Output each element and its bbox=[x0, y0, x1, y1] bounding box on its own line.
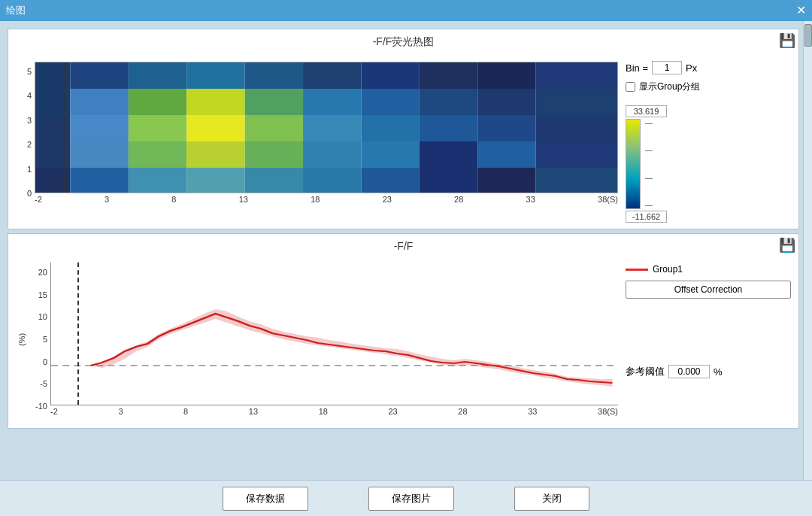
bin-unit: Px bbox=[686, 62, 697, 74]
legend-group1: Group1 bbox=[626, 264, 791, 275]
heatmap-yaxis: 5 4 3 2 1 0 bbox=[16, 67, 35, 199]
heatmap-dashed-line bbox=[64, 62, 65, 193]
svg-rect-14 bbox=[245, 89, 303, 115]
svg-rect-45 bbox=[303, 168, 361, 193]
scale-min-label: -11.662 bbox=[626, 211, 667, 223]
save-image-button[interactable]: 保存图片 bbox=[368, 487, 454, 511]
bin-row: Bin = Px bbox=[626, 61, 791, 74]
bin-input[interactable] bbox=[652, 61, 682, 74]
heatmap-svg bbox=[35, 62, 617, 193]
svg-rect-12 bbox=[129, 89, 186, 115]
linechart-xaxis: -2 3 8 13 18 23 28 33 38(S) bbox=[50, 405, 618, 416]
svg-rect-34 bbox=[245, 141, 303, 168]
linechart-title: -F/F bbox=[16, 240, 791, 252]
bin-label: Bin = bbox=[626, 62, 648, 74]
svg-rect-19 bbox=[536, 89, 617, 115]
scale-mid-labels: — — — — bbox=[645, 119, 653, 209]
svg-rect-18 bbox=[477, 89, 535, 115]
scale-max-label: 33.619 bbox=[626, 105, 667, 117]
heatmap-side-controls: Bin = Px 显示Group分组 33.619 bbox=[626, 53, 791, 223]
svg-rect-33 bbox=[186, 141, 244, 168]
linechart-grid bbox=[50, 263, 618, 405]
svg-rect-41 bbox=[70, 168, 128, 193]
heatmap-xaxis: -2 3 8 13 18 23 28 33 38(S) bbox=[35, 193, 618, 204]
linechart-ylabel: (%) bbox=[16, 317, 28, 362]
ref-value-input[interactable] bbox=[668, 365, 710, 378]
svg-rect-38 bbox=[477, 141, 535, 168]
legend-label: Group1 bbox=[653, 264, 683, 275]
close-button[interactable]: 关闭 bbox=[514, 487, 589, 511]
linechart-side-controls: Group1 Offset Correction 参考阈值 % bbox=[626, 256, 791, 422]
show-group-row: 显示Group分组 bbox=[626, 80, 791, 93]
linechart-panel: -F/F 💾 (%) 20 15 10 5 0 -5 bbox=[8, 233, 799, 429]
svg-rect-27 bbox=[420, 115, 477, 141]
linechart-yaxis: 20 15 10 5 0 -5 -10 bbox=[28, 268, 50, 411]
svg-rect-1 bbox=[70, 62, 128, 89]
svg-rect-31 bbox=[70, 141, 128, 168]
linechart-svg bbox=[51, 263, 618, 405]
linechart-chart-area: (%) 20 15 10 5 0 -5 -10 bbox=[16, 256, 618, 422]
linechart-dashed-vline bbox=[77, 263, 79, 405]
legend-line bbox=[626, 269, 648, 271]
heatmap-inner: -2 3 8 13 18 23 28 33 38(S) bbox=[35, 62, 618, 204]
scroll-thumb[interactable] bbox=[804, 24, 812, 47]
linechart-panel-body: (%) 20 15 10 5 0 -5 -10 bbox=[16, 256, 791, 422]
save-data-button[interactable]: 保存数据 bbox=[223, 487, 308, 511]
svg-rect-24 bbox=[245, 115, 303, 141]
svg-rect-6 bbox=[361, 62, 419, 89]
svg-rect-8 bbox=[477, 62, 535, 89]
svg-rect-25 bbox=[303, 115, 361, 141]
svg-rect-15 bbox=[303, 89, 361, 115]
heatmap-panel: -F/F荧光热图 💾 5 4 3 2 1 0 bbox=[8, 29, 799, 229]
heatmap-title: -F/F荧光热图 bbox=[16, 35, 791, 49]
svg-rect-5 bbox=[303, 62, 361, 89]
svg-rect-46 bbox=[361, 168, 419, 193]
svg-rect-9 bbox=[536, 62, 617, 89]
heatmap-container: 5 4 3 2 1 0 bbox=[16, 53, 618, 211]
svg-rect-29 bbox=[536, 115, 617, 141]
linechart-inner: -2 3 8 13 18 23 28 33 38(S) bbox=[50, 263, 618, 416]
svg-rect-28 bbox=[477, 115, 535, 141]
bottom-toolbar: 保存数据 保存图片 关闭 bbox=[0, 480, 812, 516]
svg-rect-3 bbox=[186, 62, 244, 89]
show-group-label: 显示Group分组 bbox=[639, 80, 700, 93]
svg-rect-48 bbox=[477, 168, 535, 193]
scrollbar[interactable] bbox=[803, 21, 812, 480]
heatmap-panel-body: 5 4 3 2 1 0 bbox=[16, 53, 791, 223]
svg-rect-43 bbox=[186, 168, 244, 193]
ref-row: 参考阈值 % bbox=[626, 365, 791, 378]
color-scale-area: 33.619 — — — — -11.662 bbox=[626, 105, 791, 223]
svg-rect-44 bbox=[245, 168, 303, 193]
svg-rect-22 bbox=[129, 115, 186, 141]
ref-unit: % bbox=[714, 366, 723, 378]
svg-rect-7 bbox=[420, 62, 477, 89]
close-window-button[interactable]: ✕ bbox=[796, 5, 806, 17]
svg-rect-17 bbox=[420, 89, 477, 115]
svg-rect-35 bbox=[303, 141, 361, 168]
offset-correction-button[interactable]: Offset Correction bbox=[626, 281, 791, 299]
svg-rect-39 bbox=[536, 141, 617, 168]
svg-rect-36 bbox=[361, 141, 419, 168]
svg-rect-21 bbox=[70, 115, 128, 141]
color-scale-bar bbox=[626, 119, 641, 209]
svg-rect-23 bbox=[186, 115, 244, 141]
svg-rect-37 bbox=[420, 141, 477, 168]
linechart-save-button[interactable]: 💾 bbox=[779, 237, 795, 253]
svg-rect-26 bbox=[361, 115, 419, 141]
svg-rect-13 bbox=[186, 89, 244, 115]
svg-rect-42 bbox=[129, 168, 186, 193]
svg-rect-16 bbox=[361, 89, 419, 115]
heatmap-save-button[interactable]: 💾 bbox=[779, 32, 795, 49]
svg-rect-49 bbox=[536, 168, 617, 193]
svg-rect-47 bbox=[420, 168, 477, 193]
color-scale-bar-area: — — — — bbox=[626, 119, 653, 209]
main-row: -F/F荧光热图 💾 5 4 3 2 1 0 bbox=[0, 21, 812, 480]
show-group-checkbox[interactable] bbox=[626, 82, 635, 92]
svg-rect-2 bbox=[129, 62, 186, 89]
svg-rect-4 bbox=[245, 62, 303, 89]
linechart-container: (%) 20 15 10 5 0 -5 -10 bbox=[16, 256, 618, 422]
panels-area: -F/F荧光热图 💾 5 4 3 2 1 0 bbox=[0, 21, 803, 480]
svg-rect-11 bbox=[70, 89, 128, 115]
heatmap-grid bbox=[35, 62, 618, 193]
titlebar: 绘图 ✕ bbox=[0, 0, 812, 21]
